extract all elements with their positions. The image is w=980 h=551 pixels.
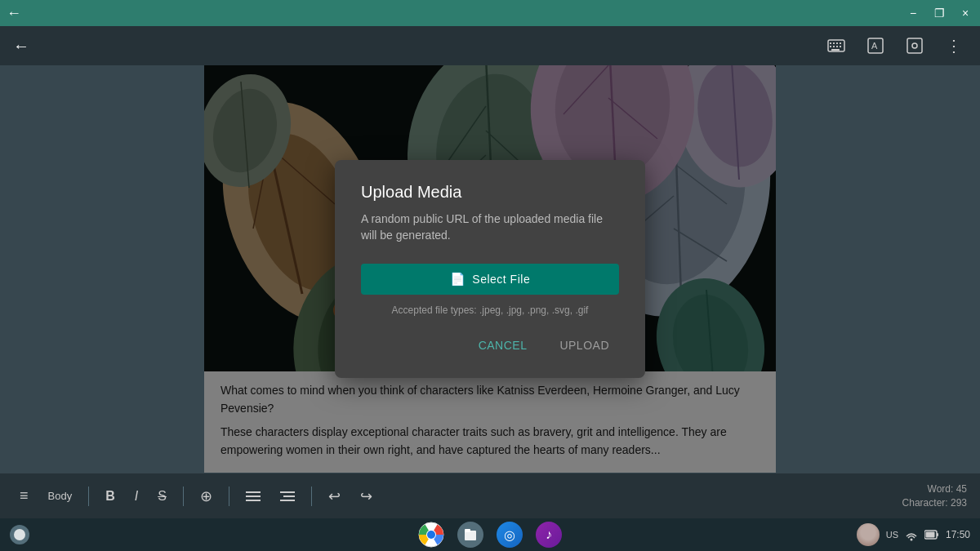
modal-overlay: Upload Media A random public URL of the …: [204, 65, 776, 473]
svg-rect-74: [937, 533, 938, 536]
svg-rect-1: [830, 42, 831, 44]
system-bar-right: − ❐ ×: [905, 5, 973, 21]
app-bar-right: A ⋮: [823, 33, 967, 59]
italic-icon: I: [135, 489, 138, 504]
strikethrough-icon: S: [158, 489, 167, 504]
file-icon: 📄: [450, 272, 466, 287]
keyboard-button[interactable]: [823, 33, 849, 59]
app-bar: ← A: [0, 26, 980, 65]
indent-icon: [280, 490, 295, 503]
close-button[interactable]: ×: [957, 5, 973, 21]
app-back-button[interactable]: ←: [13, 37, 29, 56]
svg-rect-6: [833, 46, 835, 47]
chrome-svg: [418, 522, 444, 548]
bold-icon: B: [105, 489, 115, 504]
svg-rect-9: [831, 49, 840, 51]
taskbar-left: [10, 525, 29, 544]
style-label: Body: [48, 490, 73, 502]
more-menu-button[interactable]: ⋮: [941, 33, 967, 59]
svg-rect-3: [836, 42, 838, 44]
menu-icon: ≡: [20, 487, 29, 504]
insert-button[interactable]: ⊕: [194, 482, 219, 510]
svg-point-69: [427, 531, 435, 539]
settings-button[interactable]: [902, 33, 928, 59]
modal-title: Upload Media: [361, 183, 619, 202]
insert-icon: ⊕: [200, 487, 212, 505]
style-selector[interactable]: Body: [42, 485, 79, 507]
launcher-dot: [14, 529, 25, 540]
taskbar-launcher[interactable]: [10, 525, 29, 544]
system-bar: ← − ❐ ×: [0, 0, 980, 26]
select-file-label: Select File: [472, 273, 530, 286]
svg-rect-12: [907, 38, 922, 53]
italic-button[interactable]: I: [128, 484, 145, 509]
keyboard-icon: [827, 39, 845, 52]
system-back-button[interactable]: ←: [7, 5, 21, 22]
upload-button[interactable]: UPLOAD: [550, 332, 619, 358]
svg-rect-75: [925, 532, 934, 538]
svg-rect-71: [465, 529, 470, 532]
main-area: What comes to mind when you think of cha…: [0, 65, 980, 473]
char-count-label: Character: 293: [902, 496, 967, 510]
toolbar-divider-1: [88, 487, 89, 506]
chrome-icon[interactable]: [418, 522, 444, 548]
select-file-button[interactable]: 📄 Select File: [361, 264, 619, 295]
wifi-icon: [905, 528, 918, 541]
svg-rect-7: [836, 46, 838, 47]
files-svg: [463, 527, 478, 542]
user-avatar[interactable]: [857, 523, 880, 546]
taskbar-center: ◎ ♪: [418, 522, 562, 548]
word-count: Word: 45 Character: 293: [902, 482, 967, 510]
modal-actions: CANCEL UPLOAD: [361, 332, 619, 358]
toolbar-divider-4: [311, 487, 312, 506]
accepted-types-text: Accepted file types: .jpeg, .jpg, .png, …: [361, 304, 619, 316]
cancel-button[interactable]: CANCEL: [469, 332, 537, 358]
formatting-toolbar: ≡ Body B I S ⊕ ↩ ↪ Word: 45 Ch: [0, 473, 980, 518]
bold-button[interactable]: B: [99, 484, 122, 509]
system-bar-left: ←: [7, 5, 21, 22]
undo-icon: ↩: [328, 487, 341, 505]
toolbar-divider-2: [183, 487, 184, 506]
purple-app-glyph: ♪: [546, 527, 552, 542]
word-count-label: Word: 45: [902, 482, 967, 496]
purple-app-icon[interactable]: ♪: [536, 522, 562, 548]
document-container: What comes to mind when you think of cha…: [204, 65, 776, 473]
modal-description: A random public URL of the uploaded medi…: [361, 211, 619, 243]
svg-rect-8: [840, 46, 841, 47]
app-bar-left: ←: [13, 37, 36, 56]
blue-app-glyph: ◎: [504, 527, 515, 543]
svg-point-72: [910, 539, 912, 541]
taskbar-right: US 17:50: [857, 523, 970, 546]
indent-button[interactable]: [274, 485, 301, 508]
translate-icon: A: [867, 38, 884, 54]
files-icon[interactable]: [457, 522, 483, 548]
svg-point-13: [912, 43, 917, 48]
taskbar: ◎ ♪ US 17:50: [0, 518, 980, 551]
svg-rect-4: [840, 42, 841, 44]
minimize-button[interactable]: −: [905, 5, 921, 21]
menu-button[interactable]: ≡: [13, 482, 35, 509]
undo-button[interactable]: ↩: [322, 482, 347, 510]
toolbar-divider-3: [229, 487, 229, 506]
list-button[interactable]: [239, 485, 267, 508]
svg-text:A: A: [871, 41, 878, 51]
keyboard-layout[interactable]: US: [886, 530, 898, 540]
restore-button[interactable]: ❐: [931, 5, 947, 21]
svg-rect-5: [830, 46, 831, 47]
upload-media-dialog: Upload Media A random public URL of the …: [335, 160, 645, 377]
translate-button[interactable]: A: [862, 33, 889, 59]
svg-rect-2: [833, 42, 835, 44]
settings-icon: [906, 38, 923, 54]
strikethrough-button[interactable]: S: [151, 484, 173, 509]
redo-icon: ↪: [360, 487, 372, 505]
battery-icon: [924, 530, 939, 540]
more-icon: ⋮: [946, 36, 962, 56]
avatar-image: [857, 523, 880, 546]
clock: 17:50: [946, 529, 970, 540]
list-icon: [246, 490, 261, 503]
redo-button[interactable]: ↪: [354, 482, 379, 510]
blue-app-icon[interactable]: ◎: [497, 522, 523, 548]
